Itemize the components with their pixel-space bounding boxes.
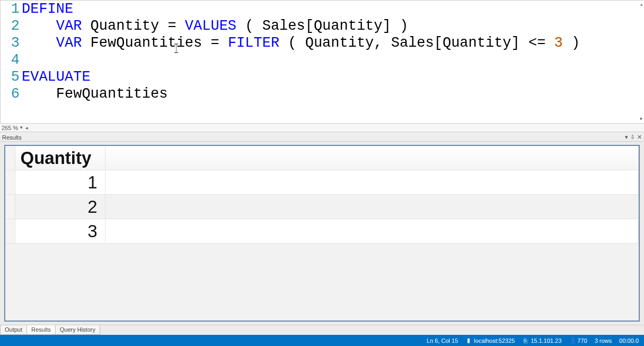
status-version: 15.1.101.23 [531,338,561,344]
column-header-spacer [105,146,639,170]
server-icon: ▮ [465,337,472,344]
close-icon[interactable]: ✕ [637,134,642,141]
status-bar: Ln 6, Col 15 ▮ localhost:52325 ⎘ 15.1.10… [0,335,644,346]
editor-zoom-bar: 265 % ▼ ◂ [0,123,644,132]
status-user: 770 [578,338,587,344]
results-panel-title: Results [2,134,22,141]
row-header [5,170,15,195]
line-number: 3 [1,34,20,51]
row-header-corner [5,146,15,170]
line-number: 5 [1,68,20,85]
results-panel: Quantity 123 [0,141,644,325]
line-number: 6 [1,85,20,102]
code-line[interactable]: EVALUATE [22,68,644,85]
table-row[interactable]: 1 [5,170,639,195]
line-number: 4 [1,51,20,68]
table-row[interactable]: 2 [5,195,639,219]
bottom-tab-strip: OutputResultsQuery History [0,325,644,335]
tab-output[interactable]: Output [0,325,27,335]
code-line[interactable]: VAR Quantity = VALUES ( Sales[Quantity] … [22,18,644,34]
table-row[interactable]: 3 [5,219,639,244]
row-header [5,219,15,244]
cell-quantity[interactable]: 1 [15,170,105,195]
user-icon: 👤 [569,337,576,344]
column-header-quantity[interactable]: Quantity [15,146,105,170]
code-line[interactable]: DEFINE [22,1,644,18]
results-grid[interactable]: Quantity 123 [4,145,640,322]
code-line[interactable]: FewQuantities [22,85,644,102]
code-line[interactable]: VAR FewQuantities = FILTER ( Quantity, S… [22,34,644,51]
cell-quantity[interactable]: 2 [15,195,105,219]
version-icon: ⎘ [522,338,528,344]
pin-icon[interactable]: ⇩ [630,134,635,141]
results-panel-header: Results ▾ ⇩ ✕ [0,132,644,141]
row-header [5,195,15,219]
cell-blank [105,219,639,244]
tab-query-history[interactable]: Query History [55,325,100,335]
scroll-right-icon[interactable]: ▸ [640,116,643,121]
scroll-left-icon[interactable]: ◂ [25,125,28,131]
zoom-dropdown-icon[interactable]: ▼ [19,125,23,130]
cell-blank [105,170,639,195]
zoom-level[interactable]: 265 % [2,125,18,131]
cell-quantity[interactable]: 3 [15,219,105,244]
cell-blank [105,195,639,219]
line-number: 1 [1,1,20,18]
line-number: 2 [1,18,20,34]
status-server: localhost:52325 [474,338,515,344]
scroll-up-icon[interactable]: ▴ [640,2,643,7]
panel-menu-icon[interactable]: ▾ [625,134,628,141]
results-empty-area [5,244,639,321]
code-editor[interactable]: ▴ 123456 DEFINE VAR Quantity = VALUES ( … [0,0,644,123]
line-number-gutter: 123456 [1,1,22,102]
status-rows: 3 rows [595,338,612,344]
tab-results[interactable]: Results [27,325,56,335]
status-time: 00:00.0 [619,338,639,344]
code-area[interactable]: DEFINE VAR Quantity = VALUES ( Sales[Qua… [22,1,644,102]
code-line[interactable] [22,51,644,68]
status-cursor-position: Ln 6, Col 15 [427,338,458,344]
